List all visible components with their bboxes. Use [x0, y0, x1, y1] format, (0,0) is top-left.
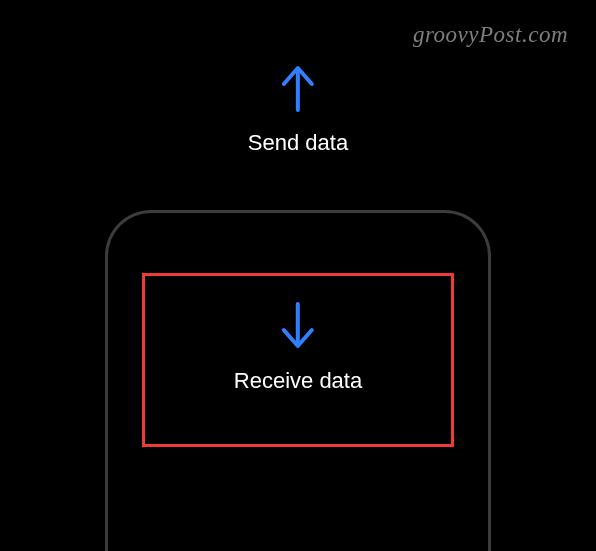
arrow-up-icon: [274, 62, 322, 118]
send-data-label: Send data: [248, 130, 348, 156]
send-data-button[interactable]: Send data: [248, 62, 348, 156]
watermark-text: groovyPost.com: [413, 22, 568, 48]
receive-data-button[interactable]: Receive data: [234, 300, 362, 394]
receive-data-label: Receive data: [234, 368, 362, 394]
arrow-down-icon: [274, 300, 322, 356]
